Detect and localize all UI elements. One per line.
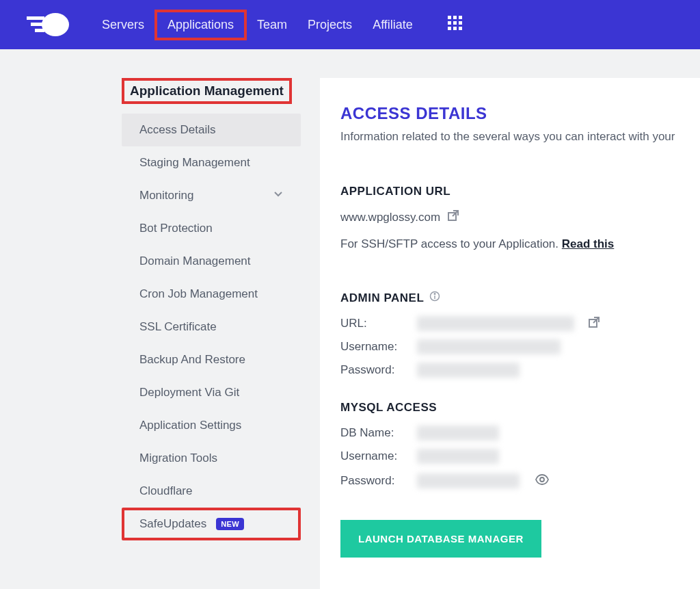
mysql-password-row: Password:	[340, 472, 679, 490]
top-nav: Servers Applications Team Projects Affil…	[92, 10, 423, 40]
sidebar: Application Management Access Details St…	[122, 78, 301, 589]
sidebar-item-cloudflare[interactable]: Cloudflare	[122, 475, 301, 508]
sidebar-item-label: Access Details	[139, 123, 215, 137]
sidebar-item-label: SSL Certificate	[139, 320, 217, 334]
ssh-hint: For SSH/SFTP access to your Application.…	[340, 237, 679, 251]
sidebar-item-label: Cloudflare	[139, 484, 193, 498]
admin-password-label: Password:	[340, 363, 403, 377]
app-url-section-label: APPLICATION URL	[340, 185, 679, 198]
external-link-icon[interactable]	[588, 316, 600, 331]
nav-affiliate[interactable]: Affiliate	[362, 12, 423, 38]
new-badge: NEW	[216, 518, 244, 530]
sidebar-title: Application Management	[130, 83, 284, 99]
sidebar-item-label: SafeUpdates	[139, 517, 206, 531]
external-link-icon[interactable]	[447, 209, 459, 225]
admin-password-value-hidden	[417, 363, 520, 378]
admin-panel-label-text: ADMIN PANEL	[340, 291, 424, 305]
svg-rect-4	[448, 16, 451, 19]
svg-rect-3	[35, 29, 44, 32]
sidebar-item-label: Bot Protection	[139, 222, 213, 235]
top-bar: Servers Applications Team Projects Affil…	[0, 0, 700, 49]
nav-servers[interactable]: Servers	[92, 12, 154, 38]
brand-logo[interactable]	[25, 11, 72, 38]
main-panel: ACCESS DETAILS Information related to th…	[320, 78, 700, 589]
sidebar-item-backup-restore[interactable]: Backup And Restore	[122, 343, 301, 376]
sidebar-item-ssl[interactable]: SSL Certificate	[122, 311, 301, 343]
svg-rect-1	[27, 16, 44, 20]
sidebar-item-monitoring[interactable]: Monitoring	[122, 179, 301, 212]
mysql-username-value-hidden	[417, 449, 499, 464]
sidebar-item-label: Domain Management	[139, 254, 251, 268]
sidebar-item-migration[interactable]: Migration Tools	[122, 442, 301, 475]
mysql-dbname-row: DB Name:	[340, 426, 679, 441]
svg-rect-5	[453, 16, 457, 19]
mysql-username-label: Username:	[340, 449, 403, 463]
ssh-hint-text: For SSH/SFTP access to your Application.	[340, 237, 562, 250]
sidebar-title-highlight: Application Management	[122, 78, 292, 104]
sidebar-item-label: Backup And Restore	[139, 353, 245, 367]
launch-db-manager-button[interactable]: LAUNCH DATABASE MANAGER	[340, 520, 541, 558]
mysql-dbname-label: DB Name:	[340, 426, 403, 440]
chevron-down-icon	[273, 189, 283, 202]
admin-username-label: Username:	[340, 340, 403, 354]
sidebar-item-staging[interactable]: Staging Management	[122, 146, 301, 179]
sidebar-item-safeupdates[interactable]: SafeUpdates NEW	[122, 508, 301, 540]
sidebar-item-cron-job[interactable]: Cron Job Management	[122, 278, 301, 311]
admin-username-value-hidden	[417, 339, 561, 354]
mysql-label-text: MYSQL ACCESS	[340, 401, 437, 415]
admin-password-row: Password:	[340, 363, 679, 378]
mysql-password-value-hidden	[417, 473, 520, 488]
svg-rect-12	[459, 27, 462, 30]
svg-rect-2	[31, 23, 44, 26]
sidebar-item-label: Staging Management	[139, 156, 250, 170]
svg-rect-9	[459, 21, 462, 25]
admin-panel-section-label: ADMIN PANEL	[340, 291, 679, 305]
info-icon[interactable]	[429, 291, 440, 305]
mysql-dbname-value-hidden	[417, 426, 499, 441]
page-body: Application Management Access Details St…	[0, 49, 700, 589]
mysql-password-label: Password:	[340, 474, 403, 488]
svg-point-18	[540, 477, 544, 482]
sidebar-item-deployment-git[interactable]: Deployment Via Git	[122, 376, 301, 409]
nav-team[interactable]: Team	[247, 12, 297, 38]
app-url-row: www.wpglossy.com	[340, 209, 679, 225]
svg-point-0	[42, 13, 69, 36]
eye-icon[interactable]	[535, 472, 550, 490]
admin-url-value-hidden	[417, 316, 574, 331]
svg-rect-11	[453, 27, 457, 30]
app-url-value[interactable]: www.wpglossy.com	[340, 211, 440, 224]
nav-projects[interactable]: Projects	[297, 12, 362, 38]
sidebar-item-label: Monitoring	[139, 189, 193, 202]
nav-applications[interactable]: Applications	[154, 10, 247, 40]
sidebar-item-domain-management[interactable]: Domain Management	[122, 245, 301, 278]
panel-subtitle: Information related to the several ways …	[340, 130, 679, 144]
sidebar-item-label: Deployment Via Git	[139, 386, 239, 400]
sidebar-item-access-details[interactable]: Access Details	[122, 114, 301, 146]
sidebar-item-bot-protection[interactable]: Bot Protection	[122, 212, 301, 245]
app-url-label-text: APPLICATION URL	[340, 185, 450, 198]
svg-rect-7	[448, 21, 451, 25]
sidebar-item-label: Migration Tools	[139, 451, 217, 465]
panel-title: ACCESS DETAILS	[340, 104, 679, 123]
mysql-section-label: MYSQL ACCESS	[340, 401, 679, 415]
svg-rect-6	[459, 16, 462, 19]
apps-grid-icon[interactable]	[448, 16, 463, 34]
admin-url-label: URL:	[340, 317, 403, 330]
mysql-username-row: Username:	[340, 449, 679, 464]
ssh-read-this-link[interactable]: Read this	[562, 237, 615, 250]
svg-rect-8	[453, 21, 457, 25]
sidebar-item-app-settings[interactable]: Application Settings	[122, 409, 301, 442]
admin-url-row: URL:	[340, 316, 679, 331]
svg-point-16	[434, 293, 435, 295]
admin-username-row: Username:	[340, 339, 679, 354]
svg-rect-10	[448, 27, 451, 30]
sidebar-item-label: Cron Job Management	[139, 287, 258, 301]
sidebar-item-label: Application Settings	[139, 419, 241, 432]
